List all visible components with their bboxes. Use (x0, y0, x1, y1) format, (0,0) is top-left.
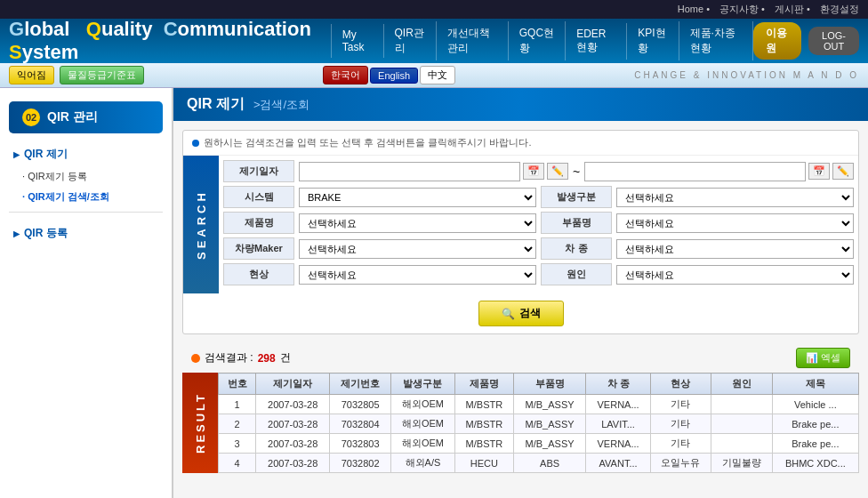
field-value-part: 선택하세요 (616, 213, 854, 233)
maker-select[interactable]: 선택하세요 (299, 239, 536, 259)
search-row-maker: 차량Maker 선택하세요 차 종 선택하세요 (223, 237, 854, 260)
cell-num: 7032802 (330, 454, 391, 473)
field-value-symptom: 선택하세요 (299, 265, 536, 285)
cell-cause (711, 414, 773, 434)
cause-select[interactable]: 선택하세요 (616, 265, 854, 285)
date-to-input[interactable] (584, 162, 806, 181)
field-value-maker: 선택하세요 (299, 239, 536, 259)
occur-select[interactable]: 선택하세요 (616, 188, 854, 207)
lang-english-btn[interactable]: English (370, 68, 418, 84)
mando-text: CHANGE & INNOVATION M A N D O (634, 70, 859, 80)
cell-type: 해외A/S (390, 454, 454, 473)
nav-mytask[interactable]: My Task (331, 24, 384, 58)
search-label-bar: SEARCH (183, 156, 219, 293)
col-type: 발생구분 (390, 374, 454, 395)
language-group: 한국어 English 中文 (323, 66, 455, 84)
cell-product: M/BSTR (455, 395, 514, 414)
cell-symptom: 기타 (650, 395, 711, 414)
cell-cause: 기밀불량 (711, 454, 773, 473)
nav-gqc[interactable]: GQC현황 (509, 21, 566, 60)
sidebar-section-title-qir-register: QIR 등록 (0, 221, 172, 245)
cell-cause (711, 434, 773, 454)
settings-link[interactable]: 환경설정 (820, 4, 859, 14)
notice-dot (192, 140, 199, 147)
board-link[interactable]: 게시판 (775, 4, 804, 14)
search-fields: 제기일자 📅 ✏️ ~ 📅 ✏️ 시스템 (219, 156, 858, 293)
tilde: ~ (571, 165, 582, 179)
date-to-edit-btn[interactable]: ✏️ (832, 163, 854, 180)
field-label-date: 제기일자 (223, 160, 294, 182)
cell-car: AVANT... (586, 454, 650, 473)
excel-button[interactable]: 📊 엑셀 (796, 348, 850, 368)
cell-type: 해외OEM (390, 395, 454, 414)
search-row-date: 제기일자 📅 ✏️ ~ 📅 ✏️ (223, 160, 854, 182)
symptom-select[interactable]: 선택하세요 (299, 265, 536, 285)
nav-kpi[interactable]: KPI현황 (627, 21, 679, 60)
top-bar-links: Home • 공지사항 • 게시판 • 환경설정 (671, 4, 859, 14)
sidebar-section-qir-raise: QIR 제기 QIR제기 등록 QIR제기 검색/조회 (0, 142, 172, 207)
table-row[interactable]: 42007-03-287032802해외A/SHECUABSAVANT...오일… (219, 454, 859, 473)
nav-countermeasure[interactable]: 개선대책관리 (437, 21, 508, 60)
second-bar: 익어짐 물질등급기준표 한국어 English 中文 CHANGE & INNO… (0, 63, 868, 88)
header: Global Quality Communication System My T… (0, 19, 868, 63)
col-date: 제기일자 (256, 374, 330, 395)
page-title: QIR 제기 (187, 95, 245, 114)
col-cause: 원인 (711, 374, 773, 395)
sidebar-item-qir-register[interactable]: QIR제기 등록 (0, 166, 172, 187)
search-button[interactable]: 검색 (478, 301, 564, 326)
field-label-part: 부품명 (541, 212, 612, 234)
cell-no: 3 (219, 434, 256, 454)
date-to-calendar-btn[interactable]: 📅 (808, 163, 830, 180)
sidebar-title: 02 QIR 관리 (9, 101, 163, 133)
table-row[interactable]: 32007-03-287032803해외OEMM/BSTRM/B_ASSYVER… (219, 434, 859, 454)
results-dot (191, 354, 200, 363)
result-wrapper: RESULT 번호 제기일자 제기번호 발생구분 제품명 부품명 차 종 현상 (182, 373, 859, 473)
col-car: 차 종 (586, 374, 650, 395)
date-from-edit-btn[interactable]: ✏️ (547, 163, 568, 180)
results-count-unit: 건 (280, 350, 291, 365)
main-layout: 02 QIR 관리 QIR 제기 QIR제기 등록 QIR제기 검색/조회 QI… (0, 88, 868, 498)
cartype-select[interactable]: 선택하세요 (616, 239, 854, 259)
system-select[interactable]: BRAKE (299, 188, 536, 207)
study-btn[interactable]: 익어짐 (9, 66, 54, 84)
cell-num: 7032803 (330, 434, 391, 454)
cell-product: HECU (455, 454, 514, 473)
date-from-input[interactable] (299, 162, 520, 181)
lang-chinese-btn[interactable]: 中文 (420, 66, 455, 84)
content-area: QIR 제기 >검색/조회 원하시는 검색조건을 입력 또는 선택 후 검색버튼… (173, 88, 868, 498)
col-symptom: 현상 (650, 374, 711, 395)
nav-qir[interactable]: QIR관리 (384, 21, 438, 60)
sidebar-item-qir-search[interactable]: QIR제기 검색/조회 (0, 187, 172, 207)
field-value-date: 📅 ✏️ ~ 📅 ✏️ (299, 162, 854, 181)
col-product: 제품명 (455, 374, 514, 395)
lang-korean-btn[interactable]: 한국어 (323, 66, 368, 84)
material-grade-btn[interactable]: 물질등급기준표 (60, 66, 144, 84)
part-select[interactable]: 선택하세요 (616, 213, 854, 233)
page-title-area: QIR 제기 >검색/조회 (187, 95, 309, 114)
cell-car: VERNA... (586, 395, 650, 414)
result-label-bar: RESULT (182, 373, 218, 473)
table-row[interactable]: 22007-03-287032804해외OEMM/BSTRM/B_ASSYLAV… (219, 414, 859, 434)
product-select[interactable]: 선택하세요 (299, 213, 536, 233)
result-table: 번호 제기일자 제기번호 발생구분 제품명 부품명 차 종 현상 원인 제목 (218, 373, 859, 473)
date-from-calendar-btn[interactable]: 📅 (523, 163, 544, 180)
col-num: 제기번호 (330, 374, 391, 395)
top-bar: Home • 공지사항 • 게시판 • 환경설정 (0, 0, 868, 19)
field-label-symptom: 현상 (223, 263, 294, 285)
table-row[interactable]: 12007-03-287032805해외OEMM/BSTRM/B_ASSYVER… (219, 395, 859, 414)
field-value-product: 선택하세요 (299, 213, 536, 233)
home-link[interactable]: Home (678, 4, 703, 14)
table-header-row: 번호 제기일자 제기번호 발생구분 제품명 부품명 차 종 현상 원인 제목 (219, 374, 859, 395)
notice-link[interactable]: 공지사항 (719, 4, 759, 14)
header-right: 이용원 LOG-OUT (753, 22, 860, 60)
cell-symptom: 기타 (650, 414, 711, 434)
nav-eder[interactable]: EDER현황 (566, 23, 627, 60)
logout-button[interactable]: LOG-OUT (808, 27, 859, 55)
cell-title: Brake pe... (772, 414, 858, 434)
results-count: 검색결과 : 298 건 (191, 350, 291, 365)
cell-date: 2007-03-28 (256, 454, 330, 473)
nav-product[interactable]: 제품·차종현황 (679, 21, 753, 60)
field-value-cartype: 선택하세요 (616, 239, 854, 259)
field-label-system: 시스템 (223, 186, 294, 208)
cell-date: 2007-03-28 (256, 395, 330, 414)
